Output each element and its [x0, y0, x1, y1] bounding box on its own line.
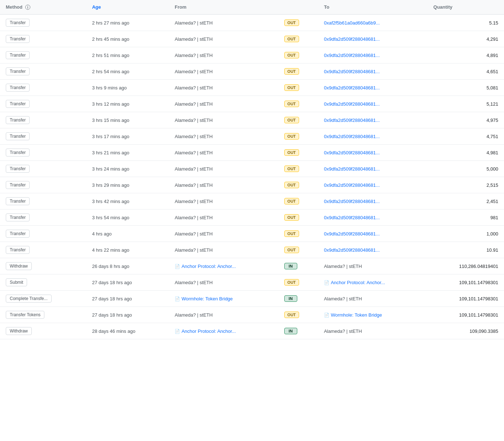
to-address-link[interactable]: 0x9dfa2d509f288048681...	[324, 247, 380, 253]
to-address-plain: Alameda? | stETH	[324, 328, 362, 334]
method-cell: Withdraw	[0, 323, 86, 339]
to-cell: 0x9dfa2d509f288048681...	[318, 177, 428, 193]
method-cell: Transfer	[0, 96, 86, 112]
quantity-cell: 1,000	[428, 226, 504, 242]
quantity-cell: 109,101.14798301	[428, 274, 504, 291]
method-badge[interactable]: Transfer	[6, 149, 30, 156]
method-badge[interactable]: Transfer	[6, 51, 30, 59]
quantity-cell: 4,291	[428, 31, 504, 47]
to-cell: 0x9dfa2d509f288048681...	[318, 145, 428, 161]
to-address-link[interactable]: 0x9dfa2d509f288048681...	[324, 215, 380, 220]
age-header-label: Age	[92, 4, 101, 10]
age-cell: 3 hrs 15 mins ago	[86, 112, 169, 128]
method-badge[interactable]: Transfer	[6, 116, 30, 124]
quantity-cell: 4,891	[428, 47, 504, 63]
method-badge[interactable]: Withdraw	[6, 327, 32, 335]
direction-badge: OUT	[284, 279, 299, 286]
direction-cell: OUT	[279, 128, 318, 145]
table-row: Transfer4 hrs agoAlameda? | stETHOUT0x9d…	[0, 226, 504, 242]
to-address-link[interactable]: 0x9dfa2d509f288048681...	[324, 134, 380, 139]
method-badge[interactable]: Submit	[6, 278, 27, 286]
age-cell: 3 hrs 29 mins ago	[86, 177, 169, 193]
to-contract-link[interactable]: Wormhole: Token Bridge	[331, 312, 382, 318]
method-badge[interactable]: Transfer	[6, 67, 30, 75]
table-row: Withdraw28 days 46 mins ago📄Anchor Proto…	[0, 323, 504, 339]
method-badge[interactable]: Transfer	[6, 197, 30, 205]
age-cell: 3 hrs 24 mins ago	[86, 161, 169, 177]
from-contract-link[interactable]: Anchor Protocol: Anchor...	[181, 264, 236, 269]
age-cell: 2 hrs 51 mins ago	[86, 47, 169, 63]
from-cell: Alameda? | stETH	[169, 226, 278, 242]
to-address-link[interactable]: 0x9dfa2d509f288048681...	[324, 231, 380, 237]
method-badge[interactable]: Transfer	[6, 35, 30, 43]
method-cell: Transfer	[0, 80, 86, 96]
to-address-link[interactable]: 0x9dfa2d509f288048681...	[324, 36, 380, 42]
direction-cell: OUT	[279, 47, 318, 63]
to-contract-link[interactable]: Anchor Protocol: Anchor...	[331, 280, 385, 285]
age-cell: 4 hrs ago	[86, 226, 169, 242]
table-row: Transfer3 hrs 24 mins agoAlameda? | stET…	[0, 161, 504, 177]
method-cell: Transfer	[0, 31, 86, 47]
from-address: Alameda? | stETH	[175, 312, 212, 318]
method-cell: Transfer	[0, 14, 86, 31]
to-address-link[interactable]: 0x9dfa2d509f288048681...	[324, 85, 380, 91]
quantity-cell: 5,081	[428, 80, 504, 96]
method-badge[interactable]: Complete Transfe...	[6, 295, 52, 303]
direction-cell: OUT	[279, 161, 318, 177]
from-contract-link[interactable]: Anchor Protocol: Anchor...	[181, 328, 236, 334]
to-address-link[interactable]: 0x9dfa2d509f288048681...	[324, 150, 380, 155]
to-cell: 0x9dfa2d509f288048681...	[318, 80, 428, 96]
to-cell: 0xaf2f5b61a0ad660a6b9...	[318, 14, 428, 31]
from-contract-link[interactable]: Wormhole: Token Bridge	[181, 296, 233, 301]
method-badge[interactable]: Transfer	[6, 181, 30, 189]
to-header: To	[318, 0, 428, 14]
quantity-header: Quantity	[428, 0, 504, 14]
method-cell: Transfer	[0, 242, 86, 258]
table-row: Transfer2 hrs 45 mins agoAlameda? | stET…	[0, 31, 504, 47]
table-row: Transfer2 hrs 27 mins agoAlameda? | stET…	[0, 14, 504, 31]
method-cell: Transfer	[0, 145, 86, 161]
method-cell: Transfer	[0, 47, 86, 63]
to-address-link[interactable]: 0x9dfa2d509f288048681...	[324, 101, 380, 107]
method-badge[interactable]: Transfer	[6, 246, 30, 254]
quantity-cell: 2,515	[428, 177, 504, 193]
from-address: Alameda? | stETH	[175, 134, 212, 139]
to-cell: 0x9dfa2d509f288048681...	[318, 31, 428, 47]
to-address-link[interactable]: 0x9dfa2d509f288048681...	[324, 53, 380, 58]
method-badge[interactable]: Transfer	[6, 132, 30, 140]
direction-badge: OUT	[284, 133, 299, 140]
to-address-link[interactable]: 0x9dfa2d509f288048681...	[324, 118, 380, 123]
from-address: Alameda? | stETH	[175, 85, 212, 91]
transactions-table: Method i Age From To Quantity Transfer2	[0, 0, 504, 339]
direction-badge: OUT	[284, 52, 299, 58]
to-cell: 0x9dfa2d509f288048681...	[318, 112, 428, 128]
table-row: Transfer3 hrs 21 mins agoAlameda? | stET…	[0, 145, 504, 161]
to-address-link[interactable]: 0x9dfa2d509f288048681...	[324, 69, 380, 74]
method-info-icon[interactable]: i	[25, 5, 30, 10]
method-badge[interactable]: Transfer	[6, 230, 30, 238]
method-badge[interactable]: Transfer	[6, 19, 30, 27]
method-cell: Transfer	[0, 112, 86, 128]
method-badge[interactable]: Withdraw	[6, 262, 32, 270]
to-cell: 📄Wormhole: Token Bridge	[318, 307, 428, 323]
method-badge[interactable]: Transfer	[6, 100, 30, 108]
from-cell: Alameda? | stETH	[169, 80, 278, 96]
method-badge[interactable]: Transfer	[6, 165, 30, 173]
method-cell: Submit	[0, 274, 86, 291]
age-header[interactable]: Age	[86, 0, 169, 14]
from-address: Alameda? | stETH	[175, 166, 212, 172]
method-cell: Transfer	[0, 63, 86, 80]
from-cell: Alameda? | stETH	[169, 145, 278, 161]
to-address-link[interactable]: 0xaf2f5b61a0ad660a6b9...	[324, 20, 380, 26]
method-badge[interactable]: Transfer	[6, 213, 30, 221]
to-address-link[interactable]: 0x9dfa2d509f288048681...	[324, 182, 380, 188]
method-badge[interactable]: Transfer Tokens	[6, 311, 44, 319]
age-cell: 3 hrs 42 mins ago	[86, 193, 169, 210]
from-cell: Alameda? | stETH	[169, 14, 278, 31]
quantity-cell: 4,975	[428, 112, 504, 128]
to-address-link[interactable]: 0x9dfa2d509f288048681...	[324, 166, 380, 172]
method-badge[interactable]: Transfer	[6, 84, 30, 92]
from-address: Alameda? | stETH	[175, 36, 212, 42]
direction-cell: OUT	[279, 63, 318, 80]
to-address-link[interactable]: 0x9dfa2d509f288048681...	[324, 199, 380, 204]
